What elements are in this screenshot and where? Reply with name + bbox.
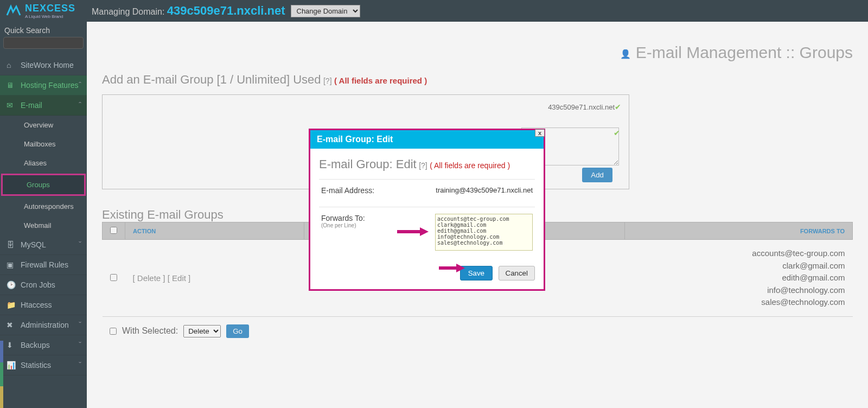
cancel-button[interactable]: Cancel (499, 266, 535, 280)
forwards-sublabel: (One per Line) (321, 222, 365, 228)
forwards-label: Forwards To: (321, 214, 365, 222)
annotation-arrow (397, 226, 430, 237)
required-note: ( All fields are required ) (430, 161, 510, 170)
dialog-title: E-mail Group: Edit (317, 135, 393, 144)
dialog-subtitle: E-mail Group: Edit (319, 157, 417, 171)
forwards-textarea[interactable] (435, 214, 533, 251)
help-link[interactable]: [?] (419, 161, 427, 170)
close-icon[interactable]: x (535, 129, 545, 137)
email-value: training@439c509e71.nxcli.net (436, 186, 533, 194)
email-label: E-mail Address: (321, 186, 374, 195)
email-field-row: E-mail Address: training@439c509e71.nxcl… (319, 179, 535, 201)
dialog-header: E-mail Group: Edit x (310, 130, 544, 149)
dialog-actions: Save Cancel (310, 266, 544, 289)
annotation-arrow (439, 263, 466, 273)
edit-group-dialog: E-mail Group: Edit x E-mail Group: Edit … (309, 129, 545, 291)
